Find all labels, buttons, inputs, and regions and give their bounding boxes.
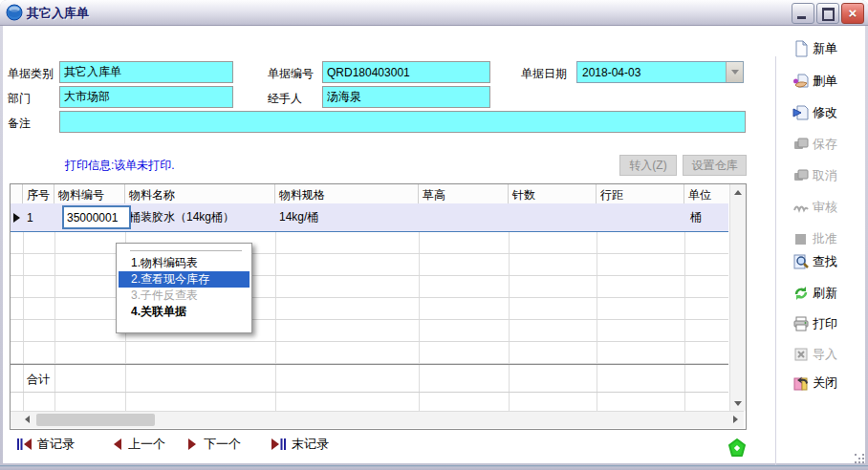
grid-header-seq[interactable]: 序号 bbox=[23, 184, 54, 203]
vertical-scrollbar[interactable] bbox=[729, 184, 746, 411]
total-label: 合计 bbox=[27, 372, 50, 388]
cell-spec: 14kg/桶 bbox=[275, 209, 419, 225]
nav-first-record[interactable]: 首记录 bbox=[16, 436, 75, 453]
grid-header-pile-height[interactable]: 草高 bbox=[419, 184, 509, 203]
approve-icon bbox=[792, 230, 810, 247]
previous-record-icon bbox=[111, 438, 123, 451]
doc-type-label: 单据类别 bbox=[8, 66, 54, 82]
window-title: 其它入库单 bbox=[27, 5, 89, 22]
remark-label: 备注 bbox=[8, 116, 31, 132]
first-record-icon bbox=[16, 438, 33, 451]
close-button[interactable]: × bbox=[841, 3, 864, 24]
sidebar-item-refresh[interactable]: 刷新 bbox=[792, 283, 867, 304]
handler-field[interactable] bbox=[322, 86, 490, 108]
chevron-right-icon bbox=[733, 416, 738, 423]
sidebar-item-cancel: 取消 bbox=[792, 165, 867, 186]
minimize-button[interactable] bbox=[792, 3, 814, 24]
set-warehouse-button[interactable]: 设置仓库 bbox=[683, 155, 747, 176]
doc-no-label: 单据编号 bbox=[268, 66, 314, 82]
window-bottom-frame bbox=[0, 465, 868, 470]
close-doc-icon bbox=[792, 374, 810, 392]
sidebar-item-modify[interactable]: 修改 bbox=[792, 102, 867, 123]
scroll-right-button[interactable] bbox=[727, 412, 743, 427]
delete-doc-icon bbox=[792, 73, 810, 90]
scroll-up-button[interactable] bbox=[730, 184, 746, 200]
remark-field[interactable] bbox=[59, 111, 746, 133]
context-menu: 1.物料编码表 2.查看现今库存 3.子件反查表 4.关联单据 bbox=[116, 243, 252, 333]
sidebar-item-new[interactable]: 新单 bbox=[792, 38, 867, 59]
doc-date-combobox[interactable]: 2018-04-03 bbox=[576, 61, 744, 83]
grid-total-row: 合计 bbox=[11, 364, 728, 393]
nav-next-record[interactable]: 下一个 bbox=[186, 436, 241, 453]
department-field[interactable] bbox=[59, 86, 233, 108]
grid-header-row: 序号 物料编号 物料名称 物料规格 草高 针数 行距 单位 bbox=[11, 184, 728, 204]
print-icon bbox=[792, 315, 810, 332]
client-area: 单据类别 单据编号 单据日期 2018-04-03 部门 经手人 备注 打印信息… bbox=[3, 26, 865, 463]
grid-header-needle-count[interactable]: 针数 bbox=[509, 184, 597, 203]
sidebar-item-print[interactable]: 打印 bbox=[792, 313, 867, 334]
doc-type-field[interactable] bbox=[59, 61, 233, 83]
menu-item-material-code-table[interactable]: 1.物料编码表 bbox=[119, 255, 250, 271]
scroll-down-button[interactable] bbox=[730, 395, 746, 411]
window-controls: × bbox=[792, 3, 864, 24]
sidebar-item-save: 保存 bbox=[792, 134, 867, 155]
new-doc-icon bbox=[792, 40, 810, 57]
sidebar-item-find[interactable]: 查找 bbox=[792, 251, 867, 272]
audit-icon bbox=[792, 199, 810, 216]
chevron-up-icon bbox=[734, 190, 742, 195]
scroll-left-button[interactable] bbox=[19, 412, 34, 427]
department-label: 部门 bbox=[8, 91, 31, 107]
grid-header-unit[interactable]: 单位 bbox=[684, 184, 728, 203]
resize-grip[interactable] bbox=[855, 454, 864, 463]
handler-label: 经手人 bbox=[268, 91, 302, 107]
safety-status-icon bbox=[727, 438, 748, 459]
menu-item-view-current-stock[interactable]: 2.查看现今库存 bbox=[119, 271, 250, 288]
sidebar-divider bbox=[775, 56, 776, 470]
cell-name: 桶装胶水（14kg桶） bbox=[125, 209, 275, 225]
doc-date-value: 2018-04-03 bbox=[577, 66, 726, 79]
close-icon: × bbox=[842, 4, 863, 23]
sidebar-item-close[interactable]: 关闭 bbox=[792, 373, 867, 394]
menu-item-related-documents[interactable]: 4.关联单据 bbox=[119, 304, 250, 320]
sidebar-item-audit: 审核 bbox=[792, 197, 867, 218]
maximize-icon bbox=[822, 8, 835, 21]
chevron-down-icon bbox=[731, 70, 739, 75]
find-icon bbox=[792, 253, 810, 270]
globe-app-icon bbox=[6, 4, 23, 21]
sidebar-item-approve: 批准 bbox=[792, 228, 867, 249]
titlebar: 其它入库单 × bbox=[0, 0, 868, 26]
doc-date-label: 单据日期 bbox=[521, 66, 567, 82]
print-info-text: 打印信息:该单未打印. bbox=[65, 158, 175, 174]
maximize-button[interactable] bbox=[816, 3, 839, 24]
grid-header-indicator bbox=[11, 184, 23, 203]
last-record-icon bbox=[271, 438, 287, 451]
save-icon bbox=[792, 136, 810, 153]
grid-header-spec[interactable]: 物料规格 bbox=[275, 184, 419, 203]
nav-previous-record[interactable]: 上一个 bbox=[111, 436, 165, 453]
doc-no-field[interactable] bbox=[322, 61, 490, 83]
sidebar-item-delete[interactable]: 删单 bbox=[792, 71, 867, 92]
cancel-icon bbox=[792, 167, 810, 184]
edit-doc-icon bbox=[792, 104, 810, 121]
horizontal-scroll-thumb[interactable] bbox=[36, 414, 155, 426]
nav-last-record[interactable]: 末记录 bbox=[271, 436, 329, 453]
sidebar-item-import: 导入 bbox=[792, 344, 867, 365]
cell-seq: 1 bbox=[23, 211, 54, 224]
grip-dots bbox=[855, 454, 857, 456]
cell-unit: 桶 bbox=[684, 209, 728, 225]
chevron-left-icon bbox=[25, 416, 30, 423]
import-icon bbox=[792, 346, 810, 363]
grid-header-name[interactable]: 物料名称 bbox=[125, 184, 275, 203]
refresh-icon bbox=[792, 285, 810, 302]
doc-date-dropdown-button[interactable] bbox=[726, 62, 743, 82]
grid-header-code[interactable]: 物料编号 bbox=[54, 184, 125, 203]
current-row-indicator-icon bbox=[13, 213, 20, 223]
grid-header-row-spacing[interactable]: 行距 bbox=[597, 184, 684, 203]
horizontal-scrollbar[interactable] bbox=[11, 411, 744, 428]
menu-separator bbox=[130, 250, 242, 251]
material-code-editcell[interactable] bbox=[62, 205, 131, 229]
chevron-down-icon bbox=[734, 401, 742, 406]
minimize-icon bbox=[797, 16, 806, 19]
menu-item-subpart-lookup: 3.子件反查表 bbox=[119, 288, 250, 304]
transfer-button[interactable]: 转入(Z) bbox=[619, 155, 677, 176]
